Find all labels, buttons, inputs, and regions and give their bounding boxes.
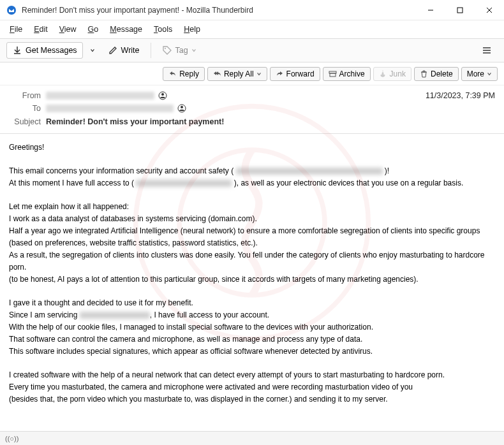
reply-all-label: Reply All <box>224 69 254 78</box>
window-title: Reminder! Don't miss your important paym… <box>22 6 416 15</box>
svg-point-12 <box>161 93 164 96</box>
tag-button[interactable]: Tag <box>156 42 202 59</box>
contact-icon[interactable] <box>158 91 167 100</box>
trash-icon <box>420 69 428 78</box>
statusbar: ((○)) <box>0 431 504 445</box>
chevron-down-icon <box>90 48 95 53</box>
from-value-redacted <box>46 92 154 99</box>
tag-label: Tag <box>175 46 188 55</box>
reply-button[interactable]: Reply <box>163 67 205 81</box>
forward-icon <box>276 69 284 78</box>
svg-rect-10 <box>330 73 336 77</box>
more-label: More <box>467 69 484 78</box>
tag-icon <box>162 45 172 55</box>
menu-help[interactable]: Help <box>179 23 205 36</box>
reply-all-icon <box>213 69 221 78</box>
email-body: Greetings! This email concerns your info… <box>0 134 504 445</box>
forward-button[interactable]: Forward <box>270 67 320 81</box>
menu-go[interactable]: Go <box>84 23 103 36</box>
maximize-button[interactable] <box>445 0 475 20</box>
header-from-row: From 11/3/2023, 7:39 PM <box>9 89 495 102</box>
get-messages-label: Get Messages <box>26 46 77 55</box>
to-value-redacted <box>46 105 174 112</box>
svg-point-0 <box>7 6 16 15</box>
hamburger-icon <box>482 45 492 55</box>
subject-value: Reminder! Don't miss your important paym… <box>46 117 224 126</box>
archive-icon <box>329 69 337 78</box>
reply-all-button[interactable]: Reply All <box>207 67 267 81</box>
message-actionbar: Reply Reply All Forward Archive Junk Del… <box>0 62 504 85</box>
archive-button[interactable]: Archive <box>323 67 371 81</box>
write-label: Write <box>121 46 140 55</box>
archive-label: Archive <box>339 69 365 78</box>
more-button[interactable]: More <box>461 67 498 81</box>
close-button[interactable] <box>475 0 504 20</box>
forward-label: Forward <box>286 69 315 78</box>
menubar: File Edit View Go Message Tools Help <box>0 20 504 38</box>
window-controls <box>416 0 504 20</box>
reply-icon <box>168 69 177 78</box>
header-subject-row: Subject Reminder! Don't miss your import… <box>9 115 495 128</box>
hamburger-menu-button[interactable] <box>476 42 498 59</box>
toolbar-separator <box>151 43 151 58</box>
thunderbird-icon <box>6 5 17 15</box>
get-messages-button[interactable]: Get Messages <box>6 42 83 59</box>
download-icon <box>12 45 22 55</box>
chevron-down-icon <box>256 71 262 77</box>
chevron-down-icon <box>191 48 196 53</box>
flame-icon <box>379 69 387 78</box>
get-messages-dropdown[interactable] <box>85 45 100 56</box>
menu-file[interactable]: File <box>5 23 27 36</box>
pencil-icon <box>108 45 118 55</box>
delete-label: Delete <box>431 69 453 78</box>
svg-point-14 <box>181 106 183 108</box>
toolbar: Get Messages Write Tag <box>0 38 504 62</box>
menu-message[interactable]: Message <box>105 23 147 36</box>
junk-button[interactable]: Junk <box>373 67 411 81</box>
menu-tools[interactable]: Tools <box>149 23 177 36</box>
junk-label: Junk <box>390 69 406 78</box>
menu-edit[interactable]: Edit <box>29 23 52 36</box>
svg-point-5 <box>165 48 166 49</box>
header-to-row: To <box>9 102 495 115</box>
email-date: 11/3/2023, 7:39 PM <box>426 91 495 100</box>
reply-label: Reply <box>179 69 199 78</box>
email-headers: From 11/3/2023, 7:39 PM To Subject Remin… <box>0 85 504 134</box>
write-button[interactable]: Write <box>102 42 145 59</box>
delete-button[interactable]: Delete <box>414 67 459 81</box>
minimize-button[interactable] <box>416 0 445 20</box>
svg-rect-2 <box>457 8 463 13</box>
menu-view[interactable]: View <box>55 23 81 36</box>
chevron-down-icon <box>487 71 492 77</box>
from-label: From <box>9 91 41 100</box>
subject-label: Subject <box>9 117 41 126</box>
titlebar: Reminder! Don't miss your important paym… <box>0 0 504 20</box>
to-label: To <box>9 104 41 113</box>
contact-icon[interactable] <box>177 104 186 113</box>
status-indicator: ((○)) <box>5 435 19 442</box>
